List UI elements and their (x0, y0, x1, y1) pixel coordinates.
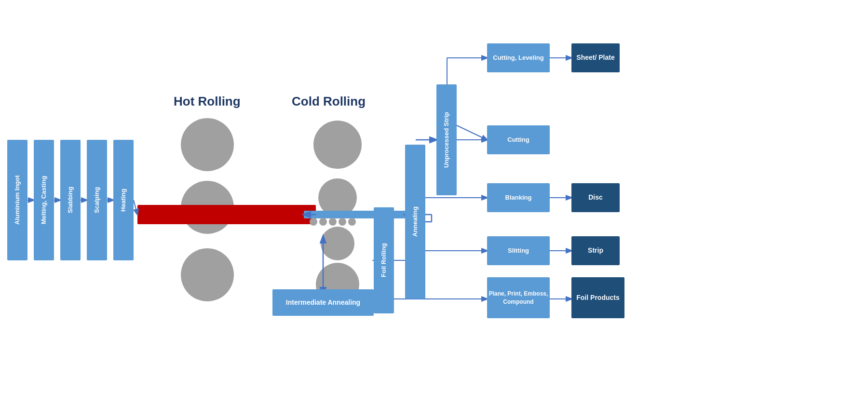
svg-point-9 (239, 210, 248, 219)
svg-point-11 (263, 210, 272, 219)
annealing-box: Annealing (405, 145, 425, 299)
slabbing-box: Slabbing (60, 140, 81, 260)
blanking-box: Blanking (487, 183, 550, 212)
foil-rolling-box: Foil Rolling (374, 207, 394, 313)
svg-point-3 (140, 210, 149, 219)
svg-line-36 (457, 140, 487, 149)
svg-point-21 (329, 218, 337, 226)
svg-point-14 (313, 121, 362, 169)
scalping-box: Scalping (87, 140, 107, 260)
svg-point-20 (319, 218, 327, 226)
svg-line-28 (134, 200, 137, 215)
svg-point-23 (348, 218, 356, 226)
svg-point-2 (181, 248, 234, 301)
intermediate-annealing-box: Intermediate Annealing (272, 289, 374, 316)
svg-point-4 (152, 210, 162, 219)
diagram-container: Hot Rolling Cold Rolling Aluminium Ingot… (0, 0, 868, 419)
svg-line-35 (457, 125, 487, 140)
heating-box: Heating (113, 140, 134, 260)
hot-rolling-label: Hot Rolling (174, 94, 241, 109)
svg-point-19 (310, 218, 317, 226)
svg-point-12 (275, 210, 285, 219)
slitting-box: Slitting (487, 236, 550, 265)
sheet-plate-box: Sheet/ Plate (571, 43, 620, 72)
svg-point-16 (321, 227, 354, 260)
svg-point-8 (227, 210, 236, 219)
svg-point-5 (164, 210, 174, 219)
svg-point-15 (318, 178, 357, 217)
plane-print-box: Plane, Print, Emboss, Compound (487, 277, 550, 318)
svg-point-0 (181, 118, 234, 171)
svg-rect-13 (137, 205, 316, 224)
cutting-leveling-box: Cutting, Leveling (487, 43, 550, 72)
svg-rect-18 (304, 211, 420, 218)
svg-point-10 (251, 210, 260, 219)
svg-point-1 (181, 181, 234, 234)
svg-point-22 (339, 218, 346, 226)
foil-products-box: Foil Products (571, 277, 624, 318)
cold-rolling-label: Cold Rolling (292, 94, 366, 109)
disc-box: Disc (571, 183, 620, 212)
svg-point-7 (188, 210, 198, 219)
melting-casting-box: Melting, Casting (34, 140, 54, 260)
cutting-box: Cutting (487, 125, 550, 154)
strip-box: Strip (571, 236, 620, 265)
svg-point-6 (176, 210, 186, 219)
unprocessed-strip-box: Unprocessed Strip (436, 84, 457, 195)
aluminium-ingot-box: Aluminium Ingot (7, 140, 27, 260)
